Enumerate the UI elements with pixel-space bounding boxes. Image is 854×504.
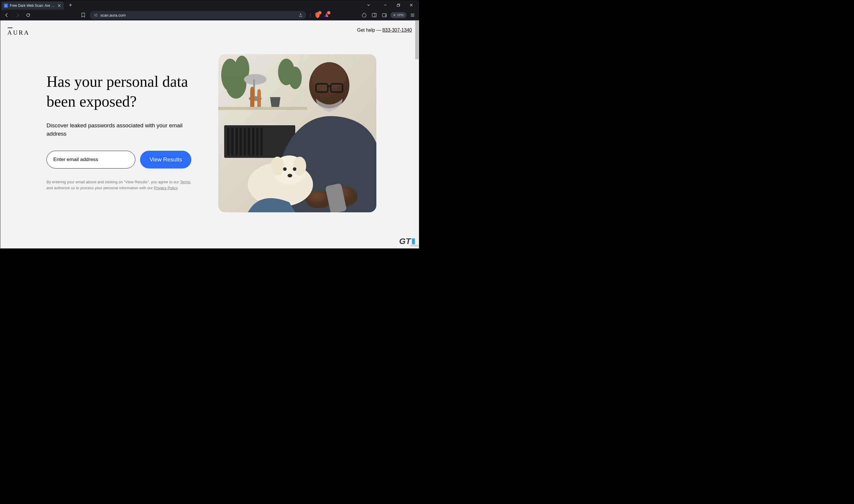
email-form: View Results: [47, 151, 200, 168]
scrollbar-thumb[interactable]: [415, 21, 419, 59]
logo-bar-icon: [8, 28, 13, 28]
hero-title: Has your personal data been exposed?: [47, 72, 200, 111]
hero-image: [218, 54, 376, 212]
toolbar-right: | 3 2 VPN: [309, 11, 417, 19]
hero-subtitle: Discover leaked passwords associated wit…: [47, 121, 186, 138]
forward-button[interactable]: [13, 11, 22, 19]
view-results-button[interactable]: View Results: [140, 151, 191, 168]
tab-close-icon[interactable]: [57, 3, 61, 8]
svg-point-49: [283, 167, 287, 171]
new-tab-button[interactable]: [67, 1, 74, 9]
svg-rect-6: [382, 14, 386, 17]
svg-point-3: [96, 16, 97, 17]
svg-rect-4: [372, 13, 376, 17]
svg-point-48: [293, 157, 306, 176]
share-icon[interactable]: [298, 13, 303, 17]
tab-favicon-icon: [4, 3, 8, 8]
hero-section: Has your personal data been exposed? Dis…: [0, 36, 419, 212]
vpn-label: VPN: [397, 13, 404, 17]
svg-rect-29: [231, 128, 234, 156]
rewards-badge: 2: [327, 11, 330, 15]
tab-bar: Free Dark Web Scan: Are Your Pa: [0, 0, 419, 10]
svg-rect-1: [397, 4, 399, 6]
help-text: Get help — 833-307-1340: [357, 28, 412, 33]
svg-point-8: [394, 14, 395, 16]
disclaimer-text-2: and authorize us to process your persona…: [47, 186, 154, 190]
browser-window: Free Dark Web Scan: Are Your Pa: [0, 0, 419, 249]
address-bar: scan.aura.com | 3 2: [0, 10, 419, 20]
brave-rewards-icon[interactable]: 2: [323, 12, 330, 19]
watermark: GT GADGETS TO: [399, 237, 415, 246]
site-header: AURA Get help — 833-307-1340: [0, 20, 419, 36]
watermark-accent-icon: [412, 238, 415, 244]
logo[interactable]: AURA: [7, 28, 30, 36]
help-prefix: Get help —: [357, 28, 382, 33]
tabs-dropdown-icon[interactable]: [362, 0, 375, 10]
site-settings-icon[interactable]: [93, 13, 98, 17]
email-input[interactable]: [47, 151, 135, 168]
shields-badge: 3: [318, 11, 322, 15]
disclaimer-text-1: By entering your email above and clickin…: [47, 180, 180, 184]
svg-point-20: [226, 69, 247, 98]
close-window-button[interactable]: [405, 0, 418, 10]
reload-button[interactable]: [24, 11, 32, 19]
svg-rect-35: [256, 128, 258, 156]
tab-title: Free Dark Web Scan: Are Your Pa: [10, 3, 55, 8]
back-button[interactable]: [3, 11, 11, 19]
svg-rect-33: [248, 128, 250, 156]
svg-rect-31: [239, 128, 242, 156]
svg-point-41: [312, 65, 346, 88]
sidebar-icon[interactable]: [370, 11, 378, 19]
hero-left: Has your personal data been exposed? Dis…: [47, 54, 200, 191]
svg-rect-30: [235, 128, 238, 156]
toolbar-separator: |: [310, 13, 311, 18]
brave-shields-icon[interactable]: 3: [314, 12, 321, 19]
svg-point-2: [96, 14, 97, 15]
svg-rect-34: [252, 128, 254, 156]
url-text: scan.aura.com: [101, 13, 296, 17]
svg-point-0: [6, 5, 6, 6]
help-phone-link[interactable]: 833-307-1340: [382, 28, 412, 33]
watermark-text: GADGETS TO: [411, 245, 419, 247]
disclaimer: By entering your email above and clickin…: [47, 179, 198, 191]
url-box[interactable]: scan.aura.com: [90, 11, 306, 19]
svg-rect-36: [260, 128, 263, 156]
svg-rect-26: [218, 107, 307, 110]
terms-link[interactable]: Terms: [180, 180, 190, 184]
minimize-button[interactable]: [379, 0, 392, 10]
svg-rect-32: [244, 128, 246, 156]
svg-point-50: [293, 167, 296, 171]
svg-point-22: [289, 67, 302, 89]
watermark-logo: GT: [399, 237, 411, 246]
svg-point-51: [288, 174, 292, 177]
viewport: AURA Get help — 833-307-1340 Has your pe…: [0, 20, 419, 249]
logo-text: AURA: [7, 29, 30, 36]
maximize-button[interactable]: [392, 0, 405, 10]
window-controls: [362, 0, 418, 10]
vpn-button[interactable]: VPN: [390, 12, 406, 18]
wallet-icon[interactable]: [380, 11, 388, 19]
bookmark-icon[interactable]: [79, 11, 87, 19]
browser-tab[interactable]: Free Dark Web Scan: Are Your Pa: [1, 1, 63, 10]
menu-icon[interactable]: [408, 11, 417, 19]
page-content: AURA Get help — 833-307-1340 Has your pe…: [0, 20, 419, 249]
svg-point-23: [244, 74, 267, 85]
privacy-link[interactable]: Privacy Policy: [154, 186, 178, 190]
svg-rect-28: [227, 128, 230, 156]
svg-point-47: [271, 157, 284, 176]
extensions-icon[interactable]: [360, 11, 368, 19]
scrollbar-track[interactable]: [415, 20, 419, 249]
